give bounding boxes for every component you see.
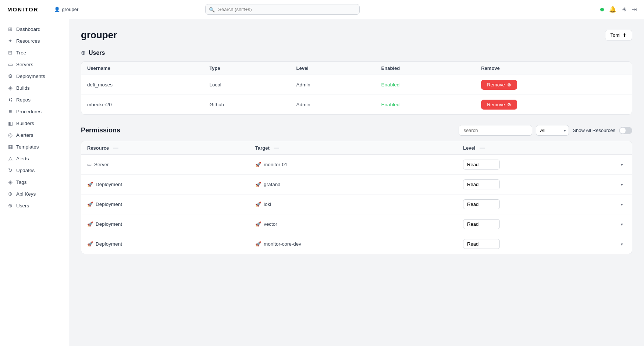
users-table-container: Username Type Level Enabled Remove defi_… [81,61,632,115]
sidebar-item-label: Deployments [16,74,45,79]
level-select[interactable]: ReadWriteExecuteNone [463,219,500,229]
theme-icon[interactable]: ☀ [622,6,627,13]
remove-button[interactable]: Remove ⊗ [481,80,517,90]
sidebar-item-alerts[interactable]: △ Alerts [3,153,66,164]
level-col-minus[interactable]: — [480,145,485,151]
sidebar-item-builds[interactable]: ◈ Builds [3,82,66,93]
target-rocket-icon: 🚀 [255,162,261,167]
perm-col-resource: Resource — [81,141,249,155]
permissions-table-container: Resource — Target — Level — [81,141,632,254]
servers-icon: ▭ [7,61,13,67]
layout: ⊞ Dashboard ✦ Resources ⊟ Tree ▭ Servers… [0,19,644,346]
remove-button[interactable]: Remove ⊗ [481,100,517,110]
sidebar-item-api-keys[interactable]: ⊕ Api Keys [3,188,66,199]
sidebar-item-templates[interactable]: ▦ Templates [3,141,66,152]
remove-label: Remove [487,102,505,107]
sidebar-item-dashboard[interactable]: ⊞ Dashboard [3,24,66,35]
sidebar-item-tags[interactable]: ◈ Tags [3,176,66,188]
perm-col-level: Level — [457,141,632,155]
sidebar-item-label: Builders [16,121,34,126]
deployment-resource-icon: 🚀 [87,182,93,187]
remove-circle-icon: ⊗ [507,82,511,88]
sidebar-item-label: Tags [16,179,27,185]
level-select[interactable]: ReadWriteExecuteNone [463,239,500,249]
level-select[interactable]: ReadWriteExecuteNone [463,179,500,189]
deployments-icon: ⚙ [7,73,13,79]
remove-circle-icon: ⊗ [507,102,511,107]
perm-resource: ▭ Server [81,155,249,175]
target-rocket-icon: 🚀 [255,201,261,207]
sidebar-item-procedures[interactable]: ≡ Procedures [3,106,66,117]
toml-label: Toml [611,32,620,38]
target-rocket-icon: 🚀 [255,182,261,187]
page-title: grouper [81,29,117,41]
sidebar-item-tree[interactable]: ⊟ Tree [3,47,66,58]
alerts-icon: △ [7,156,13,161]
resource-cell: 🚀 Deployment [87,182,243,187]
table-row: mbecker20 Github Admin Enabled Remove ⊗ [81,95,632,115]
search-input[interactable] [205,4,360,15]
resources-icon: ✦ [7,38,13,44]
permissions-search-input[interactable] [459,125,532,136]
col-remove: Remove [475,62,632,75]
deployment-resource-icon: 🚀 [87,201,93,207]
level-select[interactable]: ReadWriteExecuteNone [463,199,500,209]
page-header: grouper Toml ⬆ [81,29,632,41]
user-icon: 👤 [54,7,60,12]
target-cell: 🚀 monitor-01 [255,162,451,167]
perm-level: ReadWriteExecuteNone [457,214,632,234]
sidebar-item-label: Procedures [16,109,42,114]
target-cell: 🚀 vector [255,221,451,227]
user-remove-cell: Remove ⊗ [475,75,632,95]
perm-col-target: Target — [249,141,457,155]
templates-icon: ▦ [7,144,13,150]
level-select[interactable]: ReadWriteExecuteNone [463,160,500,170]
target-rocket-icon: 🚀 [255,241,261,247]
show-all-label: Show All Resources [573,128,615,133]
perm-resource: 🚀 Deployment [81,214,249,234]
bell-icon[interactable]: 🔔 [609,6,616,13]
sidebar-item-servers[interactable]: ▭ Servers [3,59,66,70]
procedures-icon: ≡ [7,108,13,114]
sidebar-item-label: Api Keys [16,191,36,197]
builders-icon: ◧ [7,120,13,126]
sidebar-item-deployments[interactable]: ⚙ Deployments [3,71,66,82]
permissions-controls: All Server Deployment Build Show All Res… [459,125,632,136]
filter-select-wrap: All Server Deployment Build [536,125,569,136]
nav-right: 🔔 ☀ ⇥ [600,6,637,13]
resource-col-minus[interactable]: — [113,145,118,151]
level-select-wrap: ReadWriteExecuteNone [463,160,626,170]
perm-resource: 🚀 Deployment [81,175,249,195]
show-all-toggle[interactable] [619,127,632,134]
sidebar-item-updates[interactable]: ↻ Updates [3,165,66,176]
sidebar-item-builders[interactable]: ◧ Builders [3,118,66,129]
sidebar-item-repos[interactable]: ⑆ Repos [3,94,66,105]
users-section-icon: ⊕ [81,50,86,56]
toml-button[interactable]: Toml ⬆ [605,30,632,40]
resource-cell: 🚀 Deployment [87,201,243,207]
deployment-resource-icon: 🚀 [87,221,93,227]
resource-cell: 🚀 Deployment [87,241,243,247]
resource-cell: ▭ Server [87,162,243,167]
user-username: defi_moses [81,75,203,95]
sidebar-item-label: Resources [16,38,40,44]
table-row: ▭ Server 🚀 monitor-01 [81,155,632,175]
table-row: 🚀 Deployment 🚀 grafana [81,175,632,195]
alerters-icon: ◎ [7,132,13,138]
permissions-title: Permissions [81,126,120,134]
user-username: mbecker20 [81,95,203,115]
sidebar-item-label: Templates [16,144,39,150]
filter-select[interactable]: All Server Deployment Build [536,125,569,136]
sidebar-item-alerters[interactable]: ◎ Alerters [3,129,66,140]
perm-level: ReadWriteExecuteNone [457,175,632,195]
nav-user[interactable]: 👤 grouper [50,5,82,14]
logout-icon[interactable]: ⇥ [632,6,637,13]
target-cell: 🚀 loki [255,201,451,207]
target-col-minus[interactable]: — [274,145,279,151]
sidebar-item-resources[interactable]: ✦ Resources [3,35,66,46]
sidebar-item-label: Builds [16,85,30,91]
user-type: Local [203,75,290,95]
sidebar-item-users[interactable]: ⊕ Users [3,200,66,211]
perm-target: 🚀 monitor-01 [249,155,457,175]
server-resource-icon: ▭ [87,162,92,167]
